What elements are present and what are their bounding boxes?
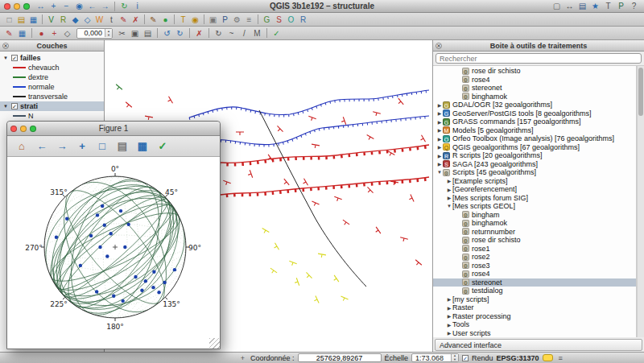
coordinate-input[interactable] (298, 353, 382, 362)
python-icon[interactable]: P (219, 14, 231, 25)
toolbox-item[interactable]: ▼[Mes scripts GEOL] (433, 202, 636, 211)
new-shapefile-icon[interactable]: ✎ (118, 14, 130, 25)
toolbox-item[interactable]: ⚙rose dir schisto (433, 236, 636, 245)
figure-zoom-icon[interactable] (30, 126, 36, 132)
zoom-rect-icon[interactable]: □ (95, 139, 109, 154)
figure-minimize-icon[interactable] (20, 126, 27, 132)
layer-visibility-checkbox[interactable]: ✓ (11, 55, 18, 61)
undo-icon[interactable]: ↺ (161, 28, 173, 39)
toolbox-item[interactable]: ▶GGeoServer/PostGIS tools [8 geoalgorith… (433, 109, 636, 118)
toolbox-item[interactable]: ▶GGRASS commands [157 geoalgorithms] (433, 118, 636, 126)
expand-arrow-icon[interactable]: ▶ (436, 153, 443, 159)
zoom-full-icon[interactable]: ◉ (73, 1, 85, 11)
toggle-editing-icon[interactable]: ✎ (147, 14, 159, 25)
subplots-icon[interactable]: ▤ (115, 139, 130, 154)
log-icon[interactable]: ≡ (556, 354, 565, 362)
expand-arrow-icon[interactable]: ▶ (436, 161, 443, 167)
scale-combobox[interactable]: 1:73.068 ▲▼ (411, 353, 459, 362)
figure-resize-grip[interactable] (209, 338, 220, 349)
options-icon[interactable]: ≡ (243, 14, 255, 25)
toolbox-item[interactable]: ⚙stereonet (433, 278, 636, 287)
save-project-icon[interactable]: ▦ (27, 14, 39, 25)
render-checkbox[interactable]: ✓ (462, 355, 469, 361)
toolbox-item[interactable]: ▶[Georeferencement] (433, 185, 636, 194)
move-feature-icon[interactable]: + (48, 28, 60, 39)
layer-item[interactable]: normale (0, 82, 104, 92)
toolbox-scrollbar[interactable] (637, 66, 644, 337)
expand-arrow-icon[interactable]: ▶ (446, 322, 452, 328)
save-figure-icon[interactable]: ▦ (135, 139, 150, 154)
figure-titlebar[interactable]: Figure 1 (7, 122, 220, 136)
add-feature-icon[interactable]: ● (35, 28, 47, 39)
save-edits-icon[interactable]: ▦ (16, 28, 28, 39)
split-features-icon[interactable]: / (238, 28, 250, 39)
r-tools-icon[interactable]: R (297, 14, 309, 25)
spin-down-icon[interactable]: ▼ (105, 33, 112, 37)
toolbox-item[interactable]: ▶QQGIS geoalgorithms [67 geoalgorithms] (433, 143, 636, 152)
spinbox-steppers[interactable]: ▲▼ (105, 29, 112, 37)
saga-tools-icon[interactable]: S (273, 14, 285, 25)
advanced-interface-button[interactable]: Advanced interface (435, 339, 642, 351)
layer-item[interactable]: ▼✓strati (0, 101, 104, 111)
copy-features-icon[interactable]: ▣ (129, 28, 141, 39)
zoom-out-icon[interactable]: − (60, 1, 72, 11)
toolbox-item[interactable]: ▶Raster (433, 303, 636, 312)
map-tips-icon[interactable]: ● (159, 14, 171, 25)
grass-tools-icon[interactable]: G (261, 14, 273, 25)
forward-icon[interactable]: → (55, 139, 69, 154)
plugins-icon[interactable]: ⚙ (231, 14, 243, 25)
toolbox-item[interactable]: ⚙rose1 (433, 245, 636, 254)
refresh-map-icon[interactable]: ↻ (118, 1, 130, 11)
expand-arrow-icon[interactable]: ▶ (446, 296, 452, 302)
new-project-icon[interactable]: □ (3, 14, 15, 25)
expand-arrow-icon[interactable]: ▶ (446, 313, 452, 319)
mouse-position-icon[interactable]: + (238, 354, 247, 362)
close-toolbox-icon[interactable]: ✕ (436, 43, 442, 49)
layer-expand-icon[interactable]: ▼ (3, 56, 9, 60)
layer-item[interactable]: ▼✓failles (0, 53, 104, 63)
back-icon[interactable]: ← (35, 139, 49, 154)
add-vector-layer-icon[interactable]: V (45, 14, 57, 25)
messages-icon[interactable] (543, 354, 553, 361)
paste-features-icon[interactable]: ▤ (142, 28, 154, 39)
merge-features-icon[interactable]: M (251, 28, 263, 39)
toolbox-item[interactable]: ▶RR scripts [20 geoalgorithms] (433, 151, 636, 160)
toolbox-item[interactable]: ▶[my scripts] (433, 295, 636, 304)
open-project-icon[interactable]: ▤ (15, 14, 27, 25)
toolbox-item[interactable]: ⚙bingham (433, 211, 636, 220)
toolbox-item[interactable]: ▶[Example scripts] (433, 177, 636, 186)
toolbox-item[interactable]: ▶[Mes scripts forum SIG] (433, 194, 636, 203)
zoom-window-icon[interactable] (23, 3, 30, 10)
bookmark-icon[interactable]: ★ (589, 1, 601, 11)
attribute-table-icon[interactable]: ▤ (576, 1, 588, 11)
close-panel-icon[interactable]: ✕ (2, 43, 9, 49)
add-raster-layer-icon[interactable]: R (57, 14, 69, 25)
redo-icon[interactable]: ↻ (174, 28, 186, 39)
minimize-window-icon[interactable] (14, 3, 20, 10)
toolbox-item[interactable]: ⚙rose dir schisto (433, 67, 636, 76)
layer-visibility-checkbox[interactable]: ✓ (11, 103, 18, 109)
toolbox-item[interactable]: ▶MModels [5 geoalgorithms] (433, 126, 636, 135)
expand-arrow-icon[interactable]: ▶ (446, 195, 452, 200)
toolbox-scrollbar-thumb[interactable] (638, 68, 643, 116)
toolbox-item[interactable]: ⚙rose4 (433, 270, 636, 278)
python-console-icon[interactable]: P (615, 1, 627, 11)
toolbox-search-input[interactable] (436, 53, 642, 64)
expand-arrow-icon[interactable]: ▶ (436, 136, 443, 142)
help-icon[interactable]: ? (628, 1, 640, 11)
zoom-previous-icon[interactable]: ← (86, 1, 98, 11)
expand-arrow-icon[interactable]: ▶ (436, 127, 443, 133)
toolbox-item[interactable]: ▶GGDAL/OGR [32 geoalgorithms] (433, 101, 636, 109)
identify-icon[interactable]: i (131, 1, 143, 11)
expand-arrow-icon[interactable]: ▶ (436, 102, 443, 108)
remove-layer-icon[interactable]: ✗ (130, 14, 142, 25)
layer-item[interactable]: dextre (0, 72, 104, 82)
toolbox-item[interactable]: ⚙rose2 (433, 253, 636, 262)
pan-map-icon[interactable]: ↔ (35, 1, 47, 11)
toolbox-item[interactable]: ▶OOrfeo Toolbox (Image analysis) [76 geo… (433, 134, 636, 143)
print-composer-icon[interactable]: ▣ (207, 14, 219, 25)
select-features-icon[interactable]: ▢ (551, 1, 563, 11)
toolbox-item[interactable]: ▶Raster processing (433, 312, 636, 321)
scale-steppers[interactable]: ▲▼ (451, 354, 458, 361)
toolbox-item[interactable]: ⚙stereonet (433, 84, 636, 93)
